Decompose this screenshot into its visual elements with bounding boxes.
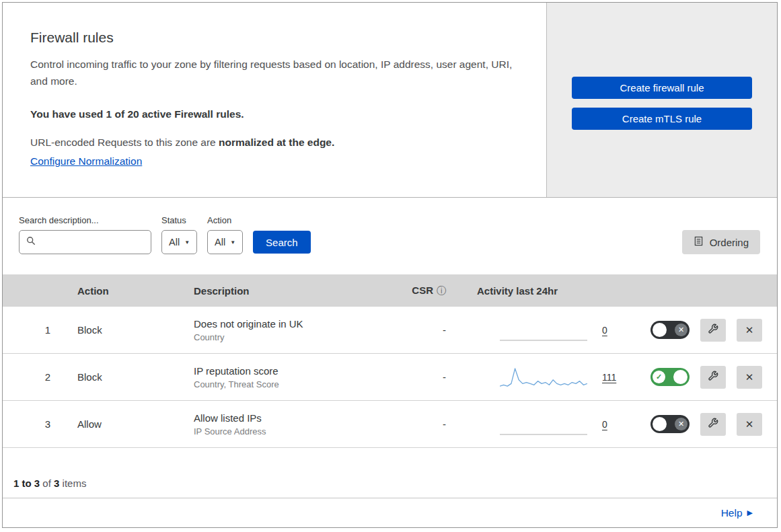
info-icon[interactable]: ⓘ bbox=[437, 285, 446, 296]
close-icon: ✕ bbox=[745, 371, 754, 383]
delete-rule-button[interactable]: ✕ bbox=[737, 366, 762, 389]
activity-sparkline bbox=[500, 366, 587, 389]
help-link[interactable]: Help ▶ bbox=[721, 507, 753, 519]
normalization-text: URL-encoded Requests to this zone are no… bbox=[30, 137, 519, 149]
wrench-icon bbox=[708, 418, 718, 430]
create-firewall-rule-button[interactable]: Create firewall rule bbox=[572, 77, 752, 99]
search-label: Search description... bbox=[19, 215, 151, 225]
ordering-button-label: Ordering bbox=[710, 237, 749, 248]
usage-summary: You have used 1 of 20 active Firewall ru… bbox=[30, 108, 519, 120]
toggle-x-icon: ✕ bbox=[675, 324, 687, 336]
activity-count[interactable]: 111 bbox=[602, 372, 616, 383]
edit-rule-button[interactable] bbox=[700, 366, 726, 389]
rule-description[interactable]: IP reputation score bbox=[194, 365, 377, 377]
normalization-prefix: URL-encoded Requests to this zone are bbox=[30, 137, 219, 148]
rule-activity-cell: 111 bbox=[451, 366, 626, 389]
page-header-section: Firewall rules Control incoming traffic … bbox=[3, 3, 777, 198]
status-dropdown[interactable]: All ▼ bbox=[161, 230, 197, 254]
arrow-right-icon: ▶ bbox=[747, 508, 753, 517]
wrench-icon bbox=[708, 371, 718, 383]
list-icon bbox=[694, 236, 704, 248]
firewall-rules-page: Firewall rules Control incoming traffic … bbox=[2, 2, 778, 528]
toggle-knob bbox=[653, 323, 667, 337]
toggle-x-icon: ✕ bbox=[675, 418, 687, 430]
column-activity: Activity last 24hr bbox=[451, 285, 626, 297]
ordering-button[interactable]: Ordering bbox=[682, 230, 760, 254]
chevron-down-icon: ▼ bbox=[184, 239, 190, 245]
rule-csr: - bbox=[377, 371, 451, 383]
column-description: Description bbox=[178, 285, 377, 297]
filter-bar: Search description... Status All ▼ Actio… bbox=[3, 198, 777, 274]
rule-enabled-toggle[interactable]: ✕ bbox=[650, 415, 690, 433]
rule-csr: - bbox=[377, 324, 451, 336]
chevron-down-icon: ▼ bbox=[230, 239, 235, 245]
rule-activity-cell: 0 bbox=[451, 319, 626, 342]
activity-count[interactable]: 0 bbox=[602, 325, 607, 336]
rule-action: Allow bbox=[62, 418, 178, 430]
search-button[interactable]: Search bbox=[253, 231, 311, 254]
help-link-label: Help bbox=[721, 507, 743, 519]
table-header-row: Action Description CSRⓘ Activity last 24… bbox=[3, 274, 777, 307]
column-action: Action bbox=[62, 285, 178, 297]
configure-normalization-link[interactable]: Configure Normalization bbox=[30, 155, 142, 167]
status-label: Status bbox=[161, 215, 197, 225]
rule-priority: 3 bbox=[3, 418, 62, 430]
close-icon: ✕ bbox=[745, 324, 754, 336]
column-csr: CSRⓘ bbox=[377, 284, 451, 297]
search-input[interactable] bbox=[40, 231, 151, 254]
rule-description-cell: IP reputation score Country, Threat Scor… bbox=[178, 365, 377, 389]
pagination-of: of bbox=[40, 478, 54, 489]
pagination-items-label: items bbox=[59, 478, 86, 489]
delete-rule-button[interactable]: ✕ bbox=[737, 413, 762, 436]
table-row: 3 Allow Allow listed IPs IP Source Addre… bbox=[3, 401, 777, 448]
rule-action: Block bbox=[62, 371, 178, 383]
wrench-icon bbox=[708, 324, 718, 336]
delete-rule-button[interactable]: ✕ bbox=[737, 319, 762, 342]
edit-rule-button[interactable] bbox=[700, 413, 726, 436]
rules-table: Action Description CSRⓘ Activity last 24… bbox=[3, 274, 777, 448]
activity-sparkline bbox=[500, 319, 587, 342]
status-dropdown-value: All bbox=[169, 237, 180, 248]
search-box bbox=[19, 230, 151, 254]
rule-description-cell: Does not originate in UK Country bbox=[178, 318, 377, 342]
rule-description-cell: Allow listed IPs IP Source Address bbox=[178, 412, 377, 436]
activity-count[interactable]: 0 bbox=[602, 419, 607, 430]
toggle-knob bbox=[653, 417, 667, 431]
column-csr-label: CSR bbox=[412, 284, 433, 296]
rule-enabled-toggle[interactable]: ✕ bbox=[650, 321, 690, 339]
rule-description[interactable]: Does not originate in UK bbox=[194, 318, 377, 330]
table-row: 2 Block IP reputation score Country, Thr… bbox=[3, 354, 777, 401]
rule-controls: ✕ ✕ bbox=[626, 319, 777, 342]
rule-priority: 1 bbox=[3, 324, 62, 336]
help-bar: Help ▶ bbox=[3, 498, 777, 527]
rule-enabled-toggle[interactable]: ✓ bbox=[650, 368, 690, 386]
pagination-range: 1 to 3 bbox=[13, 478, 40, 489]
status-filter-group: Status All ▼ bbox=[161, 215, 197, 254]
rule-action: Block bbox=[62, 324, 178, 336]
toggle-check-icon: ✓ bbox=[653, 371, 665, 383]
rule-fields: IP Source Address bbox=[194, 426, 377, 436]
create-mtls-rule-button[interactable]: Create mTLS rule bbox=[572, 108, 752, 130]
action-dropdown[interactable]: All ▼ bbox=[207, 230, 243, 254]
rule-controls: ✕ ✕ bbox=[626, 413, 777, 436]
rule-csr: - bbox=[377, 418, 451, 430]
rule-fields: Country bbox=[194, 332, 377, 342]
page-title: Firewall rules bbox=[30, 30, 519, 46]
pagination-summary: 1 to 3 of 3 items bbox=[3, 448, 777, 498]
edit-rule-button[interactable] bbox=[700, 319, 726, 342]
table-row: 1 Block Does not originate in UK Country… bbox=[3, 307, 777, 354]
page-intro: Firewall rules Control incoming traffic … bbox=[3, 3, 546, 197]
actions-panel: Create firewall rule Create mTLS rule bbox=[546, 3, 777, 197]
rule-priority: 2 bbox=[3, 371, 62, 383]
close-icon: ✕ bbox=[745, 418, 754, 430]
rule-fields: Country, Threat Score bbox=[194, 379, 377, 389]
action-dropdown-value: All bbox=[215, 237, 225, 248]
rule-controls: ✓ ✕ bbox=[626, 366, 777, 389]
rule-activity-cell: 0 bbox=[451, 413, 626, 436]
toggle-knob bbox=[673, 370, 687, 384]
action-filter-group: Action All ▼ bbox=[207, 215, 243, 254]
activity-sparkline bbox=[500, 413, 587, 436]
rule-description[interactable]: Allow listed IPs bbox=[194, 412, 377, 424]
normalization-bold: normalized at the edge. bbox=[219, 137, 334, 148]
search-group: Search description... bbox=[19, 215, 151, 254]
